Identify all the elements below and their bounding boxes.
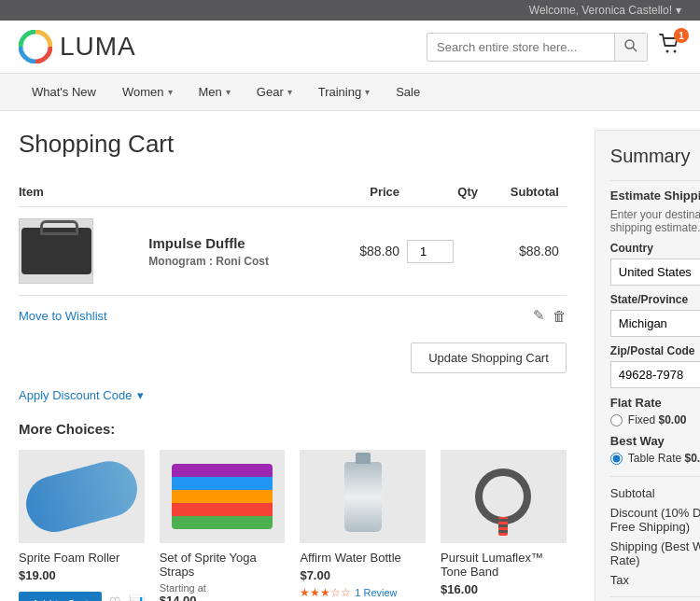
cart-button[interactable]: 1 (659, 34, 681, 60)
chevron-down-icon: ▾ (365, 87, 370, 97)
search-input[interactable] (427, 35, 614, 60)
yoga-straps-icon (172, 464, 273, 529)
flat-rate-option: Fixed $0.00 (610, 413, 700, 426)
choice-actions: Add to Cart ♡ 📊 (19, 586, 145, 601)
product-qty-cell (407, 207, 485, 296)
luma-logo-icon (19, 30, 52, 63)
main-header: LUMA 1 (0, 21, 700, 74)
list-item: Set of Sprite Yoga Straps Starting at $1… (160, 450, 286, 601)
option-label: Monogram : (148, 255, 213, 268)
logo-area[interactable]: LUMA (19, 30, 136, 63)
product-name: Set of Sprite Yoga Straps (160, 551, 286, 579)
svg-point-4 (674, 50, 677, 53)
product-name: Impulse Duffle (148, 235, 330, 251)
best-way-section: Best Way Table Rate $0.00 (610, 434, 700, 465)
add-to-cart-button[interactable]: Add to Cart (19, 592, 102, 601)
review-link[interactable]: 1 Review (355, 587, 397, 598)
product-option: Monogram : Roni Cost (148, 255, 330, 268)
flat-rate-option-label: Fixed $0.00 (628, 413, 687, 426)
shipping-tax-section: Estimate Shipping and Tax ∧ Enter your d… (610, 180, 700, 465)
table-row: Impulse Duffle Monogram : Roni Cost $88.… (19, 207, 567, 296)
svg-line-2 (633, 48, 637, 51)
product-name: Sprite Foam Roller (19, 551, 145, 565)
discount-toggle[interactable]: Apply Discount Code ▾ (19, 388, 567, 402)
nav-item-whats-new[interactable]: What's New (19, 74, 109, 110)
discount-label: Apply Discount Code (19, 388, 132, 402)
chevron-down-icon: ▾ (226, 87, 231, 97)
col-subtotal: Subtotal (485, 177, 567, 207)
product-image (19, 450, 145, 543)
col-qty: Qty (407, 177, 485, 207)
cart-table: Item Price Qty Subtotal Impulse Duffl (19, 177, 567, 295)
delete-icon[interactable]: 🗑 (553, 308, 567, 324)
foam-roller-icon (20, 454, 144, 538)
svg-point-1 (625, 40, 634, 49)
product-price: $88.80 (338, 207, 407, 296)
best-way-option-label: Table Rate $0.00 (628, 452, 700, 465)
product-name: Affirm Water Bottle (300, 551, 426, 565)
product-info-cell: Impulse Duffle Monogram : Roni Cost (137, 207, 338, 296)
discount-label: Discount (10% Discount & Free Shipping) (610, 506, 700, 534)
wishlist-icon[interactable]: ♡ (109, 594, 121, 601)
edit-icon[interactable]: ✎ (533, 307, 545, 324)
option-value: Roni Cost (216, 255, 269, 268)
best-way-option: Table Rate $0.00 (610, 452, 700, 465)
user-chevron[interactable]: ▾ (676, 4, 681, 17)
shipping-label: Shipping (Best Way - Table Rate) (610, 539, 700, 567)
best-way-radio[interactable] (610, 453, 623, 465)
top-bar: Welcome, Veronica Castello! ▾ (0, 0, 700, 21)
nav-item-sale[interactable]: Sale (383, 74, 433, 110)
move-to-wishlist-link[interactable]: Move to Wishlist (19, 309, 107, 323)
nav-item-men[interactable]: Men ▾ (186, 74, 244, 110)
welcome-text: Welcome, Veronica Castello! (529, 4, 672, 17)
search-bar[interactable] (427, 33, 648, 62)
cart-count-badge: 1 (674, 28, 689, 43)
summary-divider (610, 596, 700, 597)
summary-title: Summary (610, 146, 700, 167)
choices-grid: Sprite Foam Roller $19.00 Add to Cart ♡ … (19, 450, 567, 601)
chevron-down-icon: ▾ (168, 87, 173, 97)
tax-row: Tax $6.50 (610, 573, 700, 587)
discount-chevron: ▾ (137, 388, 144, 402)
tax-label: Tax (610, 573, 629, 587)
product-price: $16.00 (441, 582, 567, 596)
product-image (300, 450, 426, 543)
zip-input[interactable] (610, 361, 700, 388)
zip-label: Zip/Postal Code (610, 344, 700, 357)
svg-point-3 (666, 50, 669, 53)
product-price: $14.00 (160, 594, 286, 601)
nav-item-women[interactable]: Women ▾ (109, 74, 186, 110)
state-select[interactable]: Michigan (610, 310, 700, 337)
product-name: Pursuit Lumaflex™ Tone Band (441, 551, 567, 579)
rating-row: ★★★☆☆ 1 Review (300, 584, 426, 599)
product-price: $7.00 (300, 568, 426, 582)
product-image-cell (19, 207, 137, 296)
list-item: Pursuit Lumaflex™ Tone Band $16.00 ★★★☆☆… (441, 450, 567, 601)
shipping-hint: Enter your destination to get a shipping… (610, 208, 700, 234)
star-rating: ★★★☆☆ (300, 586, 351, 599)
product-starting-label: Starting at (160, 582, 286, 594)
country-label: Country (610, 242, 700, 255)
search-button[interactable] (614, 34, 647, 61)
product-info: Impulse Duffle Monogram : Roni Cost (137, 235, 330, 268)
shipping-section-toggle[interactable]: Estimate Shipping and Tax ∧ (610, 180, 700, 203)
shipping-section-label: Estimate Shipping and Tax (610, 189, 700, 203)
country-select[interactable]: United States (610, 259, 700, 286)
more-choices-title: More Choices: (19, 421, 567, 437)
flat-rate-radio[interactable] (610, 414, 623, 426)
product-price: $19.00 (19, 568, 145, 582)
discount-section: Apply Discount Code ▾ (19, 383, 567, 402)
search-icon (624, 39, 637, 52)
subtotal-label: Subtotal (610, 486, 655, 500)
nav-item-training[interactable]: Training ▾ (305, 74, 383, 110)
flat-rate-label: Flat Rate (610, 396, 700, 410)
update-cart-button[interactable]: Update Shopping Cart (411, 342, 567, 373)
chevron-down-icon: ▾ (287, 87, 292, 97)
page-title: Shopping Cart (19, 130, 567, 159)
nav-bar: What's New Women ▾ Men ▾ Gear ▾ Training… (0, 74, 700, 111)
nav-item-gear[interactable]: Gear ▾ (244, 74, 305, 110)
compare-icon[interactable]: 📊 (129, 594, 145, 601)
update-row: Update Shopping Cart (19, 333, 567, 373)
qty-input[interactable] (407, 240, 454, 263)
best-way-label: Best Way (610, 434, 700, 448)
